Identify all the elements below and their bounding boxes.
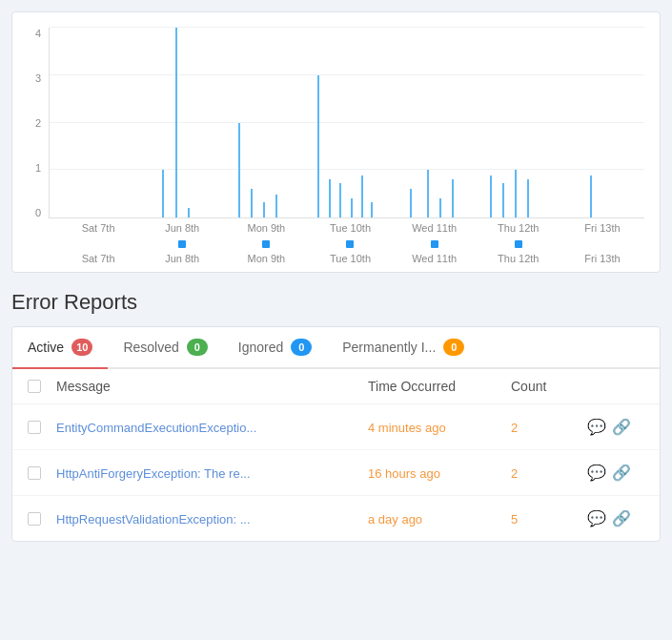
row-1-comment-icon[interactable]: 💬 (587, 464, 606, 482)
row-2-actions: 💬 🔗 (587, 509, 644, 527)
row-2-message[interactable]: HttpRequestValidationException: ... (56, 511, 368, 526)
row-0-message[interactable]: EntityCommandExecutionExceptio... (56, 420, 368, 435)
x-label2-6: Fri 13th (560, 253, 644, 264)
spike (329, 179, 331, 217)
chart-container: 0 1 2 3 4 (11, 11, 661, 273)
row-2-link[interactable]: HttpRequestValidationException: ... (56, 512, 251, 526)
timeline-dot-1 (178, 240, 186, 248)
spike (490, 175, 492, 217)
tab-ignored[interactable]: Ignored 0 (223, 327, 327, 367)
spike (452, 179, 454, 217)
x-label2-1: Jun 8th (140, 253, 224, 264)
header-count: Count (511, 379, 587, 394)
spike (339, 183, 341, 217)
row-2-link-icon[interactable]: 🔗 (612, 509, 631, 527)
x-label-4: Wed 11th (393, 222, 477, 234)
timeline-seg-1 (140, 239, 224, 249)
x-axis-2: Sat 7th Jun 8th Mon 9th Tue 10th Wed 11t… (56, 253, 644, 264)
timeline-dot-4 (431, 240, 438, 248)
header-check (28, 380, 56, 393)
spike (590, 175, 592, 217)
x-label2-3: Tue 10th (308, 253, 392, 264)
spike (162, 170, 164, 217)
bar-group-0 (53, 28, 137, 217)
x-label-2: Mon 9th (224, 222, 308, 234)
row-2-count: 5 (511, 511, 587, 526)
y-label-3: 3 (28, 72, 41, 84)
tabs-row: Active 10 Resolved 0 Ignored 0 Permanent… (12, 327, 660, 369)
row-0-checkbox[interactable] (28, 421, 41, 434)
spike (263, 202, 265, 217)
tab-active[interactable]: Active 10 (12, 327, 108, 369)
timeline-seg-5 (477, 239, 560, 249)
row-0-count-text: 2 (511, 421, 518, 435)
row-2-time-text: a day ago (368, 512, 422, 526)
row-2-check (28, 512, 56, 526)
bar-group-1 (137, 28, 221, 217)
table-header: Message Time Occurred Count (12, 369, 660, 404)
x-label-3: Tue 10th (308, 222, 392, 234)
bar-group-2 (221, 28, 305, 217)
section-title: Error Reports (11, 290, 661, 315)
x-label2-0: Sat 7th (56, 253, 140, 264)
row-2-time: a day ago (368, 511, 511, 526)
timeline-bar-row (56, 239, 644, 249)
timeline-seg-6 (560, 239, 644, 249)
row-1-check (28, 466, 56, 480)
reports-container: Active 10 Resolved 0 Ignored 0 Permanent… (11, 326, 661, 542)
row-0-check (28, 421, 56, 434)
bar-group-3 (305, 28, 389, 217)
row-1-actions: 💬 🔗 (587, 464, 644, 482)
tab-permanently-label: Permanently I... (342, 340, 436, 355)
x-label-1: Jun 8th (140, 222, 224, 234)
row-2-checkbox[interactable] (28, 512, 41, 526)
chart-area: 0 1 2 3 4 (28, 28, 644, 218)
y-axis: 0 1 2 3 4 (28, 28, 49, 218)
y-label-1: 1 (28, 162, 41, 174)
spike (361, 175, 363, 217)
header-message: Message (56, 379, 368, 394)
row-1-link-icon[interactable]: 🔗 (612, 464, 631, 482)
spike (410, 189, 412, 217)
row-1-time-text: 16 hours ago (368, 466, 440, 481)
row-2-comment-icon[interactable]: 💬 (587, 509, 606, 527)
tab-active-label: Active (28, 340, 64, 355)
spike (439, 198, 441, 217)
row-0-count: 2 (511, 420, 587, 435)
tab-permanently[interactable]: Permanently I... 0 (327, 327, 479, 367)
bar-group-5 (473, 28, 557, 217)
spike (251, 189, 253, 217)
row-1-link[interactable]: HttpAntiForgeryException: The re... (56, 466, 251, 481)
chart-inner (49, 28, 644, 218)
spike (515, 170, 517, 217)
tab-ignored-badge: 0 (291, 339, 312, 356)
spike (527, 179, 529, 217)
spike (238, 123, 240, 218)
row-0-link[interactable]: EntityCommandExecutionExceptio... (56, 421, 256, 435)
timeline-dot-2 (262, 240, 270, 248)
row-1-message[interactable]: HttpAntiForgeryException: The re... (56, 465, 368, 481)
tab-resolved-badge: 0 (187, 339, 208, 356)
spike (175, 28, 177, 217)
row-1-checkbox[interactable] (28, 466, 41, 480)
row-0-time-text: 4 minutes ago (368, 421, 446, 435)
row-0-actions: 💬 🔗 (587, 418, 644, 436)
x-label-5: Thu 12th (477, 222, 560, 234)
tab-permanently-badge: 0 (443, 339, 464, 356)
tab-resolved[interactable]: Resolved 0 (108, 327, 222, 367)
spike (427, 170, 429, 217)
y-label-0: 0 (28, 207, 41, 218)
timeline-seg-4 (393, 239, 477, 249)
select-all-checkbox[interactable] (28, 380, 41, 393)
tab-active-badge: 10 (71, 339, 92, 356)
spike (351, 198, 353, 217)
x-label-6: Fri 13th (560, 222, 644, 234)
timeline-seg-0 (56, 239, 140, 249)
row-0-link-icon[interactable]: 🔗 (612, 418, 631, 436)
row-1-count: 2 (511, 465, 587, 481)
x-label2-4: Wed 11th (393, 253, 477, 264)
row-0-comment-icon[interactable]: 💬 (587, 418, 606, 436)
row-1-count-text: 2 (511, 466, 518, 481)
tab-resolved-label: Resolved (123, 340, 178, 355)
x-label2-5: Thu 12th (477, 253, 560, 264)
